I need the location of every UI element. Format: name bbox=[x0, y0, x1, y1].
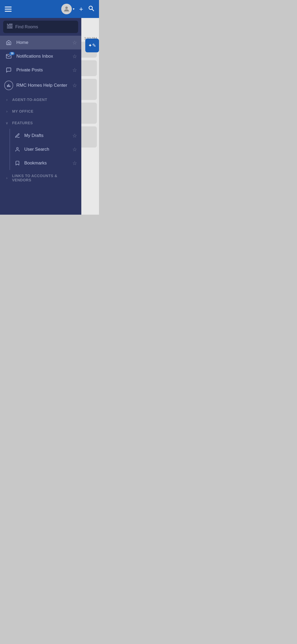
links-vendors-label: LINKS TO ACCOUNTS & VENDORS bbox=[12, 174, 77, 182]
rmc-help-star[interactable]: ☆ bbox=[72, 82, 77, 89]
app-header: ▾ + bbox=[0, 0, 99, 18]
features-section-header[interactable]: ∨ FEATURES bbox=[0, 117, 81, 129]
sidebar-section-agent-to-agent[interactable]: › AGENT-TO-AGENT bbox=[0, 94, 81, 105]
sidebar: Find Rooms Home ☆ 39 Notifications Inbox… bbox=[0, 18, 81, 215]
sidebar-section-links-vendors[interactable]: › LINKS TO ACCOUNTS & VENDORS bbox=[0, 170, 81, 186]
agent-to-agent-chevron: › bbox=[4, 98, 10, 102]
sidebar-section-features: ∨ FEATURES My Drafts ☆ bbox=[0, 117, 81, 170]
rmc-help-label: RMC Homes Help Center bbox=[16, 83, 72, 88]
features-chevron: ∨ bbox=[4, 121, 10, 125]
edit-button[interactable]: ✦✎ bbox=[85, 39, 99, 52]
drafts-star[interactable]: ☆ bbox=[72, 132, 77, 139]
find-rooms-icon bbox=[7, 24, 13, 30]
user-search-icon bbox=[13, 147, 22, 152]
bookmarks-label: Bookmarks bbox=[24, 160, 72, 166]
svg-point-11 bbox=[17, 148, 18, 149]
notifications-star[interactable]: ☆ bbox=[72, 53, 77, 59]
home-label: Home bbox=[16, 40, 72, 45]
sidebar-item-bookmarks[interactable]: Bookmarks ☆ bbox=[10, 156, 81, 170]
search-button[interactable] bbox=[88, 5, 94, 13]
bookmarks-star[interactable]: ☆ bbox=[72, 160, 77, 166]
sidebar-section-my-office[interactable]: › MY OFFICE bbox=[0, 105, 81, 117]
user-search-label: User Search bbox=[24, 147, 72, 152]
avatar-dropdown-arrow: ▾ bbox=[73, 7, 74, 11]
sidebar-item-notifications[interactable]: 39 Notifications Inbox ☆ bbox=[0, 49, 81, 63]
svg-rect-8 bbox=[7, 85, 8, 87]
user-search-star[interactable]: ☆ bbox=[72, 146, 77, 153]
user-avatar-button[interactable]: ▾ bbox=[61, 4, 74, 14]
rmc-icon bbox=[4, 81, 13, 90]
svg-point-7 bbox=[10, 25, 12, 27]
private-posts-icon bbox=[4, 67, 13, 73]
features-items-list: My Drafts ☆ User Search ☆ bbox=[10, 129, 81, 170]
notifications-badge: 39 bbox=[9, 52, 15, 55]
bookmarks-icon bbox=[13, 160, 22, 166]
sidebar-item-private-posts[interactable]: Private Posts ☆ bbox=[0, 63, 81, 77]
svg-point-6 bbox=[8, 24, 9, 25]
svg-point-0 bbox=[65, 7, 68, 9]
agent-to-agent-label: AGENT-TO-AGENT bbox=[12, 98, 47, 102]
svg-rect-10 bbox=[10, 86, 10, 87]
sidebar-item-home[interactable]: Home ☆ bbox=[0, 36, 81, 49]
my-office-chevron: › bbox=[4, 109, 10, 113]
private-posts-label: Private Posts bbox=[16, 67, 72, 73]
header-right: ▾ + bbox=[61, 4, 94, 14]
svg-rect-9 bbox=[8, 84, 9, 87]
svg-line-2 bbox=[92, 9, 94, 11]
my-drafts-label: My Drafts bbox=[24, 133, 72, 138]
my-office-label: MY OFFICE bbox=[12, 109, 33, 113]
avatar bbox=[61, 4, 72, 14]
sidebar-item-my-drafts[interactable]: My Drafts ☆ bbox=[10, 129, 81, 142]
home-star[interactable]: ☆ bbox=[72, 39, 77, 46]
hamburger-menu-button[interactable] bbox=[5, 7, 12, 12]
links-vendors-chevron: › bbox=[4, 176, 10, 180]
drafts-icon bbox=[13, 133, 22, 138]
edit-icon: ✦✎ bbox=[88, 43, 96, 48]
notifications-label: Notifications Inbox bbox=[16, 54, 72, 59]
find-rooms-input[interactable]: Find Rooms bbox=[3, 21, 78, 33]
svg-rect-5 bbox=[7, 27, 13, 28]
home-icon bbox=[4, 40, 13, 45]
private-posts-star[interactable]: ☆ bbox=[72, 67, 77, 73]
sidebar-item-user-search[interactable]: User Search ☆ bbox=[10, 142, 81, 156]
notifications-icon: 39 bbox=[4, 53, 13, 59]
find-rooms-placeholder: Find Rooms bbox=[15, 25, 38, 29]
sidebar-item-rmc-help[interactable]: RMC Homes Help Center ☆ bbox=[0, 77, 81, 94]
create-button[interactable]: + bbox=[79, 6, 83, 12]
features-label: FEATURES bbox=[12, 121, 33, 125]
header-left bbox=[5, 7, 12, 12]
